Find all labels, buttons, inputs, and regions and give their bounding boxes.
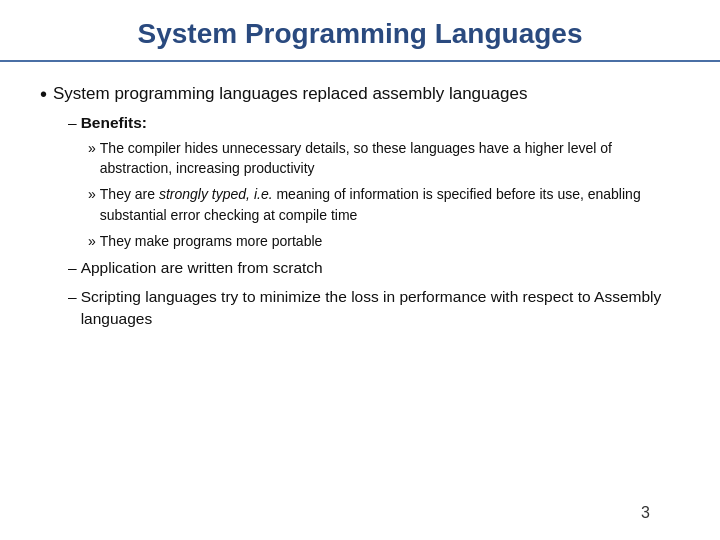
- dash-icon-2: –: [68, 257, 77, 279]
- chevron-icon-3: »: [88, 231, 96, 251]
- main-bullet: • System programming languages replaced …: [40, 82, 680, 106]
- bottom-bullet-2: – Scripting languages try to minimize th…: [68, 286, 680, 331]
- benefits-label: Benefits:: [81, 112, 147, 134]
- bullet-dot: •: [40, 82, 47, 106]
- slide-header: System Programming Languages: [0, 0, 720, 62]
- italic-text: strongly typed, i.e.: [159, 186, 273, 202]
- chevron-icon-2: »: [88, 184, 96, 204]
- page-number: 3: [40, 498, 680, 530]
- bottom-bullets: – Application are written from scratch –…: [68, 257, 680, 330]
- bottom-bullet-text-2: Scripting languages try to minimize the …: [81, 286, 680, 331]
- sub-sub-bullet-text-3: They make programs more portable: [100, 231, 323, 251]
- bottom-bullet-text-1: Application are written from scratch: [81, 257, 323, 279]
- bottom-bullet-1: – Application are written from scratch: [68, 257, 680, 279]
- sub-sub-bullet-text-2: They are strongly typed, i.e. meaning of…: [100, 184, 680, 225]
- chevron-icon-1: »: [88, 138, 96, 158]
- slide-content: • System programming languages replaced …: [0, 62, 720, 540]
- sub-sub-section: » The compiler hides unnecessary details…: [88, 138, 680, 251]
- dash-icon-3: –: [68, 286, 77, 308]
- sub-sub-bullet-1: » The compiler hides unnecessary details…: [88, 138, 680, 179]
- benefits-bullet: – Benefits:: [68, 112, 680, 134]
- slide: System Programming Languages • System pr…: [0, 0, 720, 540]
- slide-title: System Programming Languages: [40, 18, 680, 50]
- sub-sub-bullet-text-1: The compiler hides unnecessary details, …: [100, 138, 680, 179]
- dash-icon: –: [68, 112, 77, 134]
- benefits-section: – Benefits: » The compiler hides unneces…: [68, 112, 680, 251]
- sub-sub-bullet-2: » They are strongly typed, i.e. meaning …: [88, 184, 680, 225]
- main-bullet-text: System programming languages replaced as…: [53, 82, 527, 106]
- sub-sub-bullet-3: » They make programs more portable: [88, 231, 680, 251]
